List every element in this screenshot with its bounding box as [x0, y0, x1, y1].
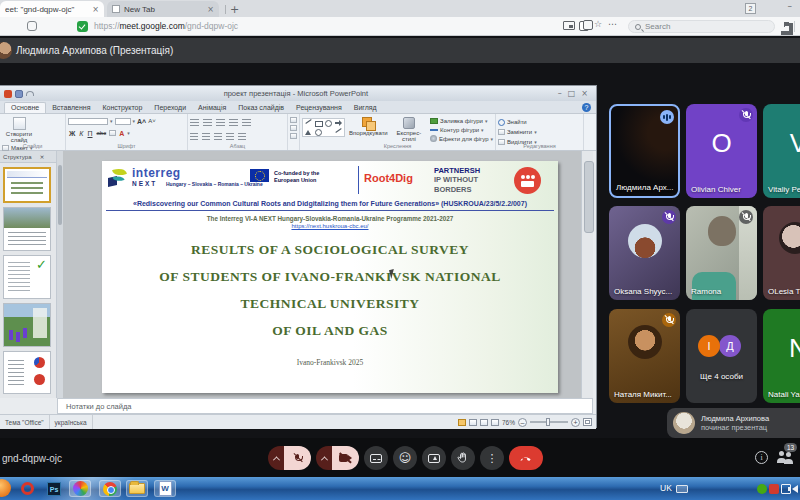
- window-minimize-button[interactable]: –: [788, 1, 793, 11]
- align-right-icon[interactable]: [214, 133, 222, 140]
- justify-icon[interactable]: [226, 133, 234, 140]
- columns-icon[interactable]: [238, 133, 246, 140]
- slide-thumbnail-3[interactable]: [3, 255, 51, 299]
- ribbon-tab-review[interactable]: Рецензування: [290, 103, 348, 113]
- indent-decrease-icon[interactable]: [216, 119, 225, 126]
- shape-line-icon[interactable]: [304, 120, 313, 128]
- grow-font-button[interactable]: A˄: [137, 118, 146, 125]
- ppt-minimize-button[interactable]: –: [558, 89, 562, 98]
- bullets-icon[interactable]: [190, 119, 199, 126]
- underline-button[interactable]: П: [86, 130, 93, 137]
- participant-tile-natalya[interactable]: Наталя Микит...: [609, 309, 680, 403]
- ppt-titlebar[interactable]: проект презентація - Microsoft PowerPoin…: [0, 86, 596, 101]
- save-icon[interactable]: [15, 90, 23, 98]
- keyboard-icon[interactable]: [676, 485, 688, 493]
- pip-icon[interactable]: [563, 21, 575, 30]
- normal-view-button[interactable]: [458, 419, 466, 426]
- notes-pane[interactable]: Нотатки до слайда: [57, 398, 593, 414]
- tray-alert-icon[interactable]: [769, 484, 779, 494]
- shape-oval-icon[interactable]: [314, 129, 323, 137]
- search-box[interactable]: Search: [628, 20, 775, 33]
- ribbon-tab-transitions[interactable]: Переходи: [148, 103, 192, 113]
- align-left-icon[interactable]: [190, 133, 198, 140]
- strikethrough-button[interactable]: abc: [96, 130, 108, 136]
- ribbon-tab-slideshow[interactable]: Показ слайдів: [232, 103, 290, 113]
- font-name-box[interactable]: [68, 118, 108, 125]
- taskbar-explorer[interactable]: [126, 480, 148, 497]
- shape-ellipse-icon[interactable]: [324, 120, 333, 128]
- align-center-icon[interactable]: [202, 133, 210, 140]
- slide-thumbnail-1[interactable]: [3, 167, 51, 203]
- align-text-icon[interactable]: [290, 125, 297, 131]
- language-indicator[interactable]: українська: [50, 415, 93, 429]
- shape-rectangle-icon[interactable]: [314, 120, 323, 128]
- line-spacing-icon[interactable]: [242, 119, 251, 126]
- participant-tile-ludmila[interactable]: Людмила Арх...: [609, 104, 680, 198]
- mic-options-button[interactable]: [268, 446, 284, 470]
- quick-styles-button[interactable]: Експрес-стилі: [392, 116, 426, 142]
- participant-tile-olesia[interactable]: OLesia T: [763, 206, 800, 300]
- participant-tile-olivian[interactable]: O Olivian Chiver: [686, 104, 757, 198]
- participant-tile-vitaliy[interactable]: V Vitaliy Pe: [763, 104, 800, 198]
- more-people-tile[interactable]: І Д Ще 4 особи: [686, 309, 757, 403]
- ribbon-tab-design[interactable]: Конструктор: [96, 103, 148, 113]
- text-direction-icon[interactable]: [290, 117, 297, 123]
- italic-button[interactable]: К: [78, 130, 84, 137]
- browser-tab-newtab[interactable]: New Tab ×: [107, 1, 219, 17]
- apps-grid-icon[interactable]: [780, 22, 789, 31]
- participant-tile-ramona[interactable]: Ramona: [686, 206, 757, 300]
- bookmark-star-icon[interactable]: ☆: [594, 19, 602, 29]
- slide-scrollbar[interactable]: [581, 151, 593, 398]
- shape-effects-button[interactable]: Ефекти для фігур▾: [430, 135, 493, 142]
- arrange-button[interactable]: Впорядкувати: [349, 116, 388, 142]
- font-size-box[interactable]: [115, 118, 131, 125]
- slide-thumbnail-4[interactable]: [3, 303, 51, 347]
- ribbon-tab-view[interactable]: Вигляд: [348, 103, 383, 113]
- tab-close-icon[interactable]: ×: [207, 5, 214, 14]
- captions-button[interactable]: [364, 446, 388, 470]
- slide[interactable]: interreg NEXT Hungary – Slovakia – Roman…: [102, 161, 558, 393]
- find-button[interactable]: Знайти: [498, 118, 537, 126]
- taskbar-chrome[interactable]: [99, 480, 121, 497]
- reading-view-button[interactable]: [480, 419, 488, 426]
- shape-triangle-icon[interactable]: [304, 129, 313, 137]
- shapes-gallery[interactable]: ☆: [302, 118, 345, 137]
- task-photoshop[interactable]: Ps: [43, 480, 65, 497]
- zoom-in-button[interactable]: +: [571, 418, 580, 427]
- shape-curve-icon[interactable]: [334, 129, 343, 137]
- reactions-button[interactable]: ☺: [393, 446, 417, 470]
- ribbon-tab-animations[interactable]: Анімація: [192, 103, 232, 113]
- ribbon-tab-home[interactable]: Основне: [4, 102, 46, 113]
- zoom-slider-thumb[interactable]: [546, 418, 550, 426]
- taskbar-opera[interactable]: [16, 480, 38, 497]
- bold-button[interactable]: Ж: [68, 130, 76, 137]
- char-spacing-icon[interactable]: [109, 130, 116, 136]
- shape-fill-button[interactable]: Заливка фігури▾: [430, 118, 493, 125]
- slide-thumbnail-2[interactable]: [3, 207, 51, 251]
- translate-icon[interactable]: [579, 21, 589, 31]
- shape-arrow-icon[interactable]: [334, 120, 343, 128]
- camera-options-button[interactable]: [316, 446, 332, 470]
- more-options-button[interactable]: ⋮: [480, 446, 504, 470]
- new-slide-button[interactable]: Створити слайд: [2, 116, 36, 143]
- undo-icon[interactable]: [26, 91, 34, 96]
- mic-button[interactable]: [284, 446, 311, 470]
- slideshow-view-button[interactable]: [491, 419, 499, 426]
- ppt-maximize-button[interactable]: □: [568, 89, 576, 98]
- info-button[interactable]: i: [755, 451, 768, 464]
- indent-increase-icon[interactable]: [229, 119, 238, 126]
- end-call-button[interactable]: [509, 446, 543, 470]
- zoom-out-button[interactable]: –: [518, 418, 527, 427]
- replace-button[interactable]: Замінити▾: [498, 128, 537, 136]
- tab-close-icon[interactable]: ×: [92, 5, 99, 14]
- tab-overview-icon[interactable]: [27, 21, 37, 31]
- taskbar-word[interactable]: W: [154, 480, 176, 497]
- slide-thumbnail-5[interactable]: [3, 351, 51, 394]
- browser-tab-meet[interactable]: eet: "gnd-dqpw-ojc" ×: [0, 1, 104, 17]
- people-button[interactable]: [777, 454, 793, 464]
- ribbon-tab-insert[interactable]: Вставлення: [46, 103, 96, 113]
- zoom-slider[interactable]: [530, 421, 568, 423]
- address-bar[interactable]: https://meet.google.com/gnd-dqpw-ojc: [94, 21, 238, 31]
- participant-tile-oksana[interactable]: Oksana Shyyc...: [609, 206, 680, 300]
- smartart-icon[interactable]: [290, 133, 297, 139]
